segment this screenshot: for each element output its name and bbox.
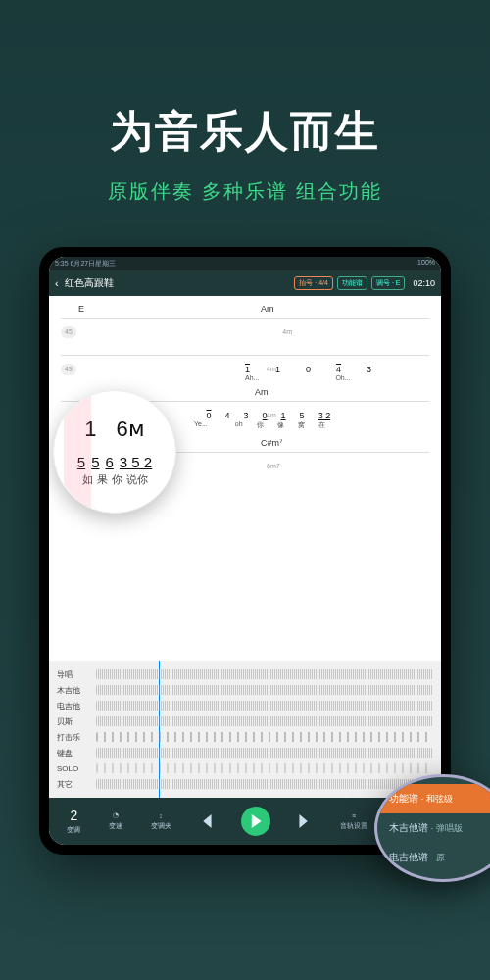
track-panel: 导唱 木吉他 电吉他 贝斯 打击乐 键盘 SOLO 其它: [49, 661, 441, 798]
track-label[interactable]: 导唱: [57, 669, 90, 680]
chord-label: Am: [261, 304, 274, 314]
track-label[interactable]: SOLO: [57, 764, 90, 773]
lyric: Oh...: [335, 374, 350, 381]
transpose-button[interactable]: 2 变调: [67, 808, 80, 835]
tablet-frame: 5:35 6月27日星期三 100% ‹ 红色高跟鞋 拍号 · 4/4 功能谱 …: [39, 247, 451, 855]
waveform[interactable]: [96, 685, 433, 695]
chip-sheet-type[interactable]: 功能谱: [337, 276, 368, 290]
status-battery: 100%: [417, 259, 435, 269]
lyric: 在: [318, 420, 325, 430]
measure-number: 45: [61, 326, 76, 338]
note: 0: [207, 411, 212, 420]
top-bar: ‹ 红色高跟鞋 拍号 · 4/4 功能谱 调号 · E 02:10: [49, 270, 441, 296]
note: 1: [281, 411, 286, 420]
popup-option-electric[interactable]: 电吉他谱 · 原: [377, 843, 490, 872]
chip-key[interactable]: 调号 · E: [371, 276, 406, 290]
measure-sub: 6m7: [267, 463, 280, 469]
lyric: oh: [235, 420, 243, 430]
note: 4: [225, 411, 230, 420]
track-label[interactable]: 键盘: [57, 748, 90, 759]
track-label[interactable]: 打击乐: [57, 732, 90, 743]
waveform[interactable]: [96, 669, 433, 679]
track-label[interactable]: 电吉他: [57, 701, 90, 711]
note: 3: [367, 365, 371, 374]
prev-button[interactable]: [199, 814, 213, 828]
mag-note: 3 5 2: [120, 454, 152, 470]
waveform[interactable]: [96, 701, 433, 710]
popup-option-acoustic[interactable]: 木吉他谱 · 弹唱版: [377, 813, 490, 843]
note: 3: [244, 411, 249, 420]
mag-lyric: 说你: [126, 472, 148, 487]
hero-title: 为音乐人而生: [0, 103, 490, 161]
mag-note: 6: [105, 454, 113, 470]
waveform[interactable]: [96, 716, 433, 726]
measure-number: 49: [61, 364, 76, 375]
capo-button[interactable]: ↕ 变调夹: [151, 812, 172, 831]
note: 0: [263, 411, 268, 420]
lyric: Ah...: [245, 374, 259, 381]
song-duration: 02:10: [413, 278, 435, 288]
track-label[interactable]: 贝斯: [57, 716, 90, 727]
note: 1: [275, 365, 280, 374]
measure-sub: 4m: [267, 412, 276, 418]
app-screen: 5:35 6月27日星期三 100% ‹ 红色高跟鞋 拍号 · 4/4 功能谱 …: [49, 257, 441, 845]
status-bar: 5:35 6月27日星期三 100%: [49, 257, 441, 270]
chip-time-signature[interactable]: 拍号 · 4/4: [294, 276, 333, 290]
lyric: 窝: [298, 420, 305, 430]
tempo-button[interactable]: ◔ 变速: [109, 811, 122, 831]
lyric: 像: [277, 420, 284, 430]
hero-subtitle: 原版伴奏 多种乐谱 组合功能: [0, 178, 490, 205]
lyric: 你: [257, 420, 264, 430]
note: 3 2: [318, 411, 331, 420]
mag-lyric: 你: [112, 472, 122, 487]
track-label[interactable]: 木吉他: [57, 685, 90, 696]
sheet-area[interactable]: E Am 45 4m 49 4m 1 1 0 4 3 Ah...: [49, 296, 441, 661]
play-button[interactable]: [241, 807, 270, 836]
status-time: 5:35 6月27日星期三: [55, 259, 116, 269]
mag-note: 6ᴍ: [117, 416, 145, 442]
chord-label: E: [78, 304, 84, 314]
note: 5: [300, 411, 305, 420]
waveform[interactable]: [96, 732, 433, 742]
note: 1: [245, 365, 250, 374]
mag-note: 5: [91, 454, 99, 470]
chord-label: Am: [255, 387, 269, 397]
chord-label: C#m⁷: [261, 438, 283, 448]
capo-icon: ↕: [159, 812, 163, 819]
tempo-icon: ◔: [113, 811, 119, 819]
back-icon[interactable]: ‹: [55, 277, 59, 289]
magnifier-lens: 1 6ᴍ 5 5 6 3 5 2 如 果 你 说你: [53, 390, 176, 514]
playhead[interactable]: [159, 661, 160, 798]
song-title: 红色高跟鞋: [65, 276, 291, 290]
waveform[interactable]: [96, 748, 433, 758]
waveform[interactable]: [96, 779, 433, 789]
mag-lyric: 果: [97, 472, 108, 487]
transpose-value: 2: [70, 808, 77, 823]
note: 0: [306, 365, 311, 374]
mixer-button[interactable]: ≡ 音轨设置: [340, 812, 368, 831]
note: 4: [336, 365, 341, 374]
lyric: Ye...: [194, 420, 208, 430]
mixer-icon: ≡: [352, 812, 356, 819]
measure-sub: 4m: [282, 328, 292, 335]
next-button[interactable]: [298, 814, 312, 828]
waveform[interactable]: [96, 763, 433, 773]
track-label[interactable]: 其它: [57, 779, 90, 790]
